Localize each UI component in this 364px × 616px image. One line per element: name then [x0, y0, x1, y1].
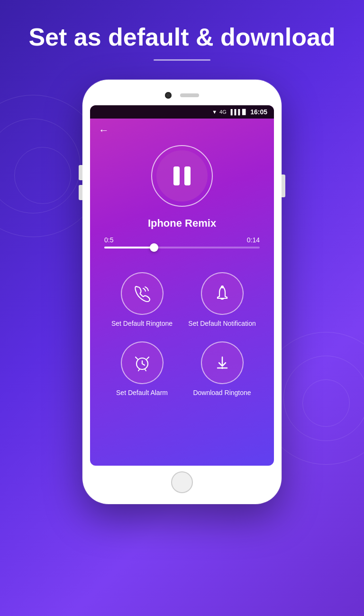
- alarm-label: Set Default Alarm: [116, 389, 168, 396]
- home-button[interactable]: [171, 471, 193, 493]
- status-time: 16:05: [250, 108, 267, 116]
- nav-bar: ←: [90, 119, 274, 140]
- notification-circle: [201, 272, 244, 315]
- signal-icon: ▐▐▐: [229, 109, 240, 115]
- action-set-ringtone[interactable]: Set Default Ringtone: [104, 272, 180, 327]
- bell-icon: [213, 284, 232, 303]
- header-area: Set as default & download: [0, 0, 364, 80]
- play-pause-button[interactable]: [151, 145, 213, 207]
- wifi-icon: ▼: [212, 109, 217, 115]
- back-button[interactable]: ←: [99, 124, 109, 136]
- phone-mockup: ▼ 4G ▐▐▐ ▉ 16:05 ←: [82, 80, 282, 504]
- download-icon: [213, 353, 232, 372]
- ringtone-circle: [121, 272, 164, 315]
- track-name: Iphone Remix: [148, 217, 216, 230]
- ringtone-label: Set Default Ringtone: [111, 320, 173, 327]
- notification-label: Set Default Notification: [188, 320, 255, 327]
- progress-labels: 0:5 0:14: [104, 236, 260, 244]
- download-label: Download Ringtone: [193, 389, 251, 396]
- power-button: [282, 175, 285, 197]
- phone-bottom-bar: [90, 466, 274, 496]
- status-bar: ▼ 4G ▐▐▐ ▉ 16:05: [90, 105, 274, 119]
- camera: [165, 92, 172, 99]
- total-time: 0:14: [247, 236, 260, 244]
- speaker: [180, 93, 199, 97]
- volume-button-up: [79, 165, 82, 180]
- phone-icon: [133, 284, 152, 303]
- page-title: Set as default & download: [0, 24, 364, 51]
- lte-label: 4G: [219, 109, 227, 115]
- svg-point-2: [221, 367, 223, 369]
- action-download-ringtone[interactable]: Download Ringtone: [184, 341, 260, 396]
- action-set-alarm[interactable]: Set Default Alarm: [104, 341, 180, 396]
- progress-thumb: [150, 243, 158, 252]
- phone-screen: ▼ 4G ▐▐▐ ▉ 16:05 ←: [90, 105, 274, 466]
- pause-bar-right: [184, 166, 191, 185]
- pause-icon: [173, 166, 191, 185]
- title-divider: [154, 59, 210, 61]
- battery-icon: ▉: [242, 109, 246, 115]
- status-icons: ▼ 4G ▐▐▐ ▉ 16:05: [212, 108, 267, 116]
- phone-outer: ▼ 4G ▐▐▐ ▉ 16:05 ←: [82, 80, 282, 504]
- progress-fill: [104, 247, 154, 248]
- play-circle-inner: [156, 150, 208, 202]
- alarm-icon: [133, 353, 152, 372]
- phone-top-bar: [90, 88, 274, 105]
- screen-content: Iphone Remix 0:5 0:14: [90, 140, 274, 411]
- download-circle: [201, 341, 244, 384]
- actions-grid: Set Default Ringtone Set Default Notific…: [104, 272, 260, 396]
- progress-track[interactable]: [104, 247, 260, 248]
- progress-container: 0:5 0:14: [104, 236, 260, 248]
- current-time: 0:5: [104, 236, 113, 244]
- alarm-circle: [121, 341, 164, 384]
- action-set-notification[interactable]: Set Default Notification: [184, 272, 260, 327]
- pause-bar-left: [173, 166, 180, 185]
- volume-button-down: [79, 185, 82, 200]
